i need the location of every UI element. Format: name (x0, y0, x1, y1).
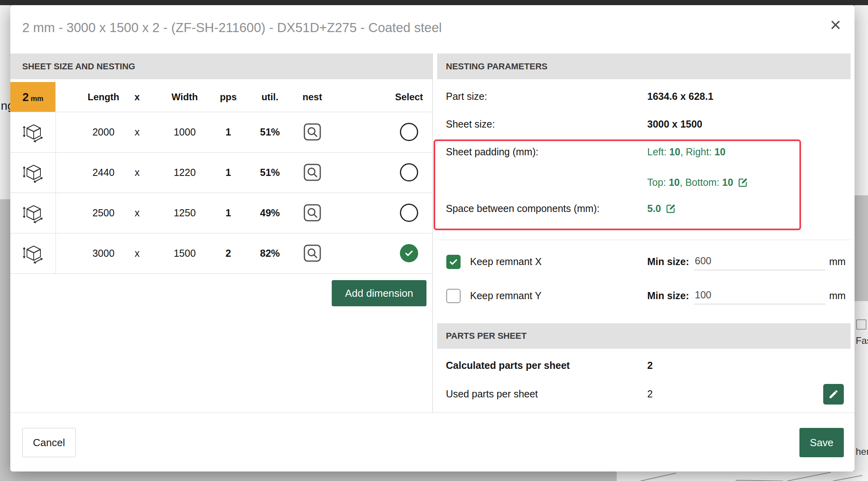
col-header-x: x (134, 92, 140, 103)
background-right-text-bottom: her (856, 446, 868, 457)
sheet-dimensions-icon (21, 242, 44, 265)
row-divider (10, 273, 432, 274)
keep-remnant-x-label: Keep remnant X (470, 256, 542, 267)
min-size-x-input[interactable] (694, 253, 826, 270)
check-icon (448, 257, 459, 267)
left-section-header: SHEET SIZE AND NESTING (10, 53, 432, 79)
width-cell: 1500 (174, 248, 196, 259)
col-header-nest: nest (302, 92, 322, 103)
spacing-label: Space between components (mm): (446, 203, 600, 214)
width-cell: 1000 (174, 126, 196, 138)
padding-right-label: , Right: (680, 146, 714, 157)
background-right-fragment-top (855, 5, 868, 195)
sheet-size-label: Sheet size: (446, 118, 495, 130)
right-section-header: NESTING PARAMETERS (437, 53, 851, 79)
min-size-y-unit: mm (829, 290, 846, 302)
part-size-value: 1634.6 x 628.1 (647, 91, 713, 102)
pencil-icon (828, 388, 839, 400)
col-header-pps: pps (220, 92, 237, 103)
sheet-dimensions-icon (21, 161, 44, 184)
select-radio[interactable] (400, 244, 418, 262)
pps-cell: 2 (226, 248, 231, 259)
pps-cell: 1 (226, 207, 231, 219)
padding-top-label: Top: (647, 177, 669, 188)
sheet-row: 2500 x 1250 1 49% (10, 193, 432, 233)
sheet-row: 2440 x 1220 1 51% (10, 152, 432, 193)
background-left-text: ng (1, 99, 10, 113)
sheet-row: 2000 x 1000 1 51% (10, 112, 432, 152)
sheet-padding-tb-value[interactable]: Top: 10, Bottom: 10 (647, 177, 749, 188)
used-pps-label: Used parts per sheet (446, 388, 538, 400)
col-header-select: Select (395, 92, 423, 103)
x-cell: x (135, 167, 140, 178)
sheet-padding-lr-value[interactable]: Left: 10, Right: 10 (647, 146, 725, 158)
padding-left-value: 10 (669, 146, 681, 157)
edit-spacing-icon (665, 203, 677, 214)
nest-preview-button[interactable] (303, 204, 321, 222)
nest-magnifier-icon (303, 244, 321, 262)
width-cell: 1220 (174, 167, 196, 178)
select-radio[interactable] (400, 163, 418, 181)
col-header-util: util. (262, 92, 279, 103)
nest-magnifier-icon (303, 204, 321, 222)
padding-right-value: 10 (715, 146, 726, 157)
sheet-dimensions-icon (21, 201, 44, 224)
length-cell: 2440 (92, 167, 115, 178)
sheet-row: 3000 x 1500 2 82% (10, 233, 432, 273)
background-left-fragment: ng (0, 5, 10, 199)
x-cell: x (135, 126, 140, 138)
keep-remnant-y-label: Keep remnant Y (470, 290, 541, 302)
padding-top-value: 10 (669, 177, 680, 188)
background-right-fragment: Fas her (855, 301, 868, 481)
padding-left-label: Left: (647, 146, 669, 157)
col-header-length: Length (88, 92, 119, 103)
panel-divider (432, 53, 433, 412)
keep-remnant-x-checkbox[interactable] (446, 255, 461, 269)
spacing-value[interactable]: 5.0 (647, 203, 677, 214)
background-drawing-fragment (617, 471, 868, 481)
sheet-padding-label: Sheet padding (mm): (446, 146, 538, 158)
edit-padding-icon (737, 177, 749, 188)
close-icon[interactable]: × (830, 15, 841, 34)
min-size-y-input[interactable] (694, 287, 826, 304)
sheet-nesting-dialog: 2 mm - 3000 x 1500 x 2 - (ZF-SH-211600) … (10, 5, 855, 471)
spacing-number: 5.0 (647, 203, 661, 214)
width-cell: 1250 (174, 207, 196, 219)
length-cell: 3000 (92, 248, 115, 259)
background-right-text-top: Fas (856, 335, 868, 346)
background-top-bar (0, 0, 868, 5)
part-size-label: Part size: (446, 91, 487, 102)
sheet-size-value: 3000 x 1500 (647, 118, 702, 130)
save-button[interactable]: Save (799, 428, 844, 457)
nest-preview-button[interactable] (303, 123, 321, 141)
util-cell: 51% (260, 126, 280, 138)
padding-bottom-value: 10 (722, 177, 733, 188)
pps-cell: 1 (226, 126, 231, 138)
length-cell: 2000 (92, 126, 115, 138)
background-part-icon (856, 319, 866, 330)
add-dimension-button[interactable]: Add dimension (332, 280, 426, 306)
nest-preview-button[interactable] (303, 163, 321, 181)
util-cell: 51% (260, 167, 280, 178)
table-header: Length x Width pps util. nest Select (10, 82, 432, 112)
min-size-y-label: Min size: (647, 290, 689, 302)
pps-cell: 1 (226, 167, 231, 178)
edit-used-pps-button[interactable] (823, 384, 844, 405)
x-cell: x (135, 248, 140, 259)
select-radio[interactable] (400, 123, 418, 141)
cancel-button[interactable]: Cancel (22, 428, 76, 457)
sheet-dimensions-icon (21, 120, 44, 143)
select-radio[interactable] (400, 204, 418, 222)
parts-per-sheet-header: PARTS PER SHEET (437, 323, 851, 349)
nest-magnifier-icon (303, 163, 321, 181)
used-pps-value: 2 (647, 388, 653, 400)
dialog-title: 2 mm - 3000 x 1500 x 2 - (ZF-SH-211600) … (22, 20, 442, 35)
x-cell: x (135, 207, 140, 219)
nest-preview-button[interactable] (303, 244, 321, 262)
calculated-pps-label: Calculated parts per sheet (446, 360, 570, 371)
min-size-x-label: Min size: (647, 256, 689, 267)
min-size-x-unit: mm (829, 256, 846, 267)
padding-bottom-label: , Bottom: (680, 177, 722, 188)
length-cell: 2500 (92, 207, 115, 219)
keep-remnant-y-checkbox[interactable] (446, 289, 461, 303)
